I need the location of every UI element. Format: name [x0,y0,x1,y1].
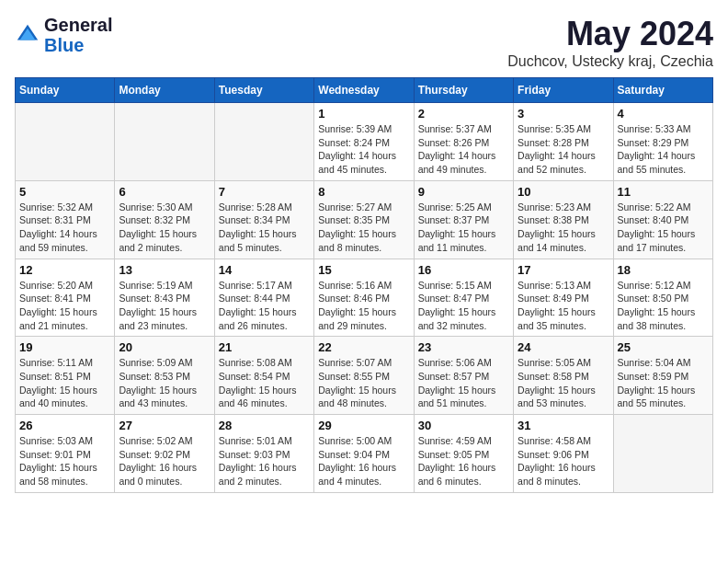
calendar-day-cell: 20Sunrise: 5:09 AMSunset: 8:53 PMDayligh… [115,337,214,415]
day-number: 1 [318,107,409,121]
calendar-week-row: 5Sunrise: 5:32 AMSunset: 8:31 PMDaylight… [16,180,713,259]
day-info: Sunrise: 5:33 AMSunset: 8:29 PMDaylight:… [618,122,709,177]
title-block: May 2024 Duchcov, Ustecky kraj, Czechia [507,15,713,70]
calendar-day-cell: 6Sunrise: 5:30 AMSunset: 8:32 PMDaylight… [115,180,214,259]
day-info: Sunrise: 4:59 AMSunset: 9:05 PMDaylight:… [418,434,509,488]
calendar-week-row: 26Sunrise: 5:03 AMSunset: 9:01 PMDayligh… [16,415,713,493]
calendar-day-cell: 28Sunrise: 5:01 AMSunset: 9:03 PMDayligh… [214,415,313,493]
logo-icon [15,22,40,48]
day-number: 11 [618,185,709,199]
calendar-week-row: 1Sunrise: 5:39 AMSunset: 8:24 PMDaylight… [16,103,713,181]
day-info: Sunrise: 5:13 AMSunset: 8:49 PMDaylight:… [518,279,609,333]
weekday-header-tuesday: Tuesday [214,78,313,103]
day-number: 8 [318,185,409,199]
month-title: May 2024 [507,15,713,53]
day-info: Sunrise: 5:08 AMSunset: 8:54 PMDaylight:… [219,356,310,410]
calendar-day-cell: 21Sunrise: 5:08 AMSunset: 8:54 PMDayligh… [214,337,313,415]
day-info: Sunrise: 5:03 AMSunset: 9:01 PMDaylight:… [19,434,110,488]
calendar-day-cell [214,103,313,181]
calendar-day-cell: 8Sunrise: 5:27 AMSunset: 8:35 PMDaylight… [314,180,414,259]
day-number: 16 [418,263,509,277]
weekday-header-monday: Monday [115,78,214,103]
day-number: 14 [219,263,310,277]
day-number: 4 [618,107,709,121]
page-header: General Blue May 2024 Duchcov, Ustecky k… [15,15,713,70]
calendar-table: SundayMondayTuesdayWednesdayThursdayFrid… [15,77,713,493]
day-info: Sunrise: 5:39 AMSunset: 8:24 PMDaylight:… [318,122,409,177]
day-info: Sunrise: 5:16 AMSunset: 8:46 PMDaylight:… [318,279,409,333]
day-info: Sunrise: 5:35 AMSunset: 8:28 PMDaylight:… [518,122,609,177]
day-info: Sunrise: 5:20 AMSunset: 8:41 PMDaylight:… [19,279,110,333]
logo: General Blue [15,15,112,55]
day-number: 21 [219,340,310,354]
day-info: Sunrise: 5:22 AMSunset: 8:40 PMDaylight:… [618,201,709,255]
weekday-header-row: SundayMondayTuesdayWednesdayThursdayFrid… [16,78,713,103]
logo-general-text: General [44,15,112,35]
day-number: 13 [119,263,210,277]
day-number: 29 [318,419,409,432]
day-info: Sunrise: 5:00 AMSunset: 9:04 PMDaylight:… [318,434,409,488]
day-number: 20 [119,340,210,354]
day-info: Sunrise: 5:05 AMSunset: 8:58 PMDaylight:… [518,356,609,410]
calendar-day-cell: 11Sunrise: 5:22 AMSunset: 8:40 PMDayligh… [613,180,712,259]
day-info: Sunrise: 5:23 AMSunset: 8:38 PMDaylight:… [518,201,609,255]
day-info: Sunrise: 5:01 AMSunset: 9:03 PMDaylight:… [219,434,310,488]
day-number: 22 [318,340,409,354]
day-info: Sunrise: 5:17 AMSunset: 8:44 PMDaylight:… [219,279,310,333]
day-number: 19 [19,340,110,354]
weekday-header-thursday: Thursday [414,78,513,103]
day-number: 31 [518,419,609,432]
calendar-day-cell: 15Sunrise: 5:16 AMSunset: 8:46 PMDayligh… [314,259,414,337]
calendar-day-cell [16,103,115,181]
day-info: Sunrise: 5:25 AMSunset: 8:37 PMDaylight:… [418,201,509,255]
day-number: 26 [19,419,110,432]
calendar-day-cell: 2Sunrise: 5:37 AMSunset: 8:26 PMDaylight… [414,103,513,181]
calendar-week-row: 12Sunrise: 5:20 AMSunset: 8:41 PMDayligh… [16,259,713,337]
day-number: 24 [518,340,609,354]
day-number: 5 [19,185,110,199]
weekday-header-wednesday: Wednesday [314,78,414,103]
calendar-day-cell: 3Sunrise: 5:35 AMSunset: 8:28 PMDaylight… [514,103,613,181]
calendar-day-cell: 18Sunrise: 5:12 AMSunset: 8:50 PMDayligh… [613,259,712,337]
day-number: 2 [418,107,509,121]
day-info: Sunrise: 5:06 AMSunset: 8:57 PMDaylight:… [418,356,509,410]
calendar-day-cell: 7Sunrise: 5:28 AMSunset: 8:34 PMDaylight… [214,180,313,259]
weekday-header-friday: Friday [514,78,613,103]
weekday-header-sunday: Sunday [16,78,115,103]
calendar-day-cell: 26Sunrise: 5:03 AMSunset: 9:01 PMDayligh… [16,415,115,493]
day-number: 18 [618,263,709,277]
calendar-day-cell [613,415,712,493]
location: Duchcov, Ustecky kraj, Czechia [507,53,713,70]
day-number: 10 [518,185,609,199]
calendar-day-cell: 27Sunrise: 5:02 AMSunset: 9:02 PMDayligh… [115,415,214,493]
calendar-day-cell: 5Sunrise: 5:32 AMSunset: 8:31 PMDaylight… [16,180,115,259]
calendar-day-cell: 17Sunrise: 5:13 AMSunset: 8:49 PMDayligh… [514,259,613,337]
calendar-day-cell: 30Sunrise: 4:59 AMSunset: 9:05 PMDayligh… [414,415,513,493]
day-info: Sunrise: 5:07 AMSunset: 8:55 PMDaylight:… [318,356,409,410]
day-number: 7 [219,185,310,199]
day-info: Sunrise: 5:28 AMSunset: 8:34 PMDaylight:… [219,201,310,255]
day-info: Sunrise: 5:02 AMSunset: 9:02 PMDaylight:… [119,434,210,488]
day-number: 25 [618,340,709,354]
day-number: 12 [19,263,110,277]
calendar-day-cell: 1Sunrise: 5:39 AMSunset: 8:24 PMDaylight… [314,103,414,181]
logo-blue-text: Blue [44,35,84,55]
day-number: 3 [518,107,609,121]
day-info: Sunrise: 5:19 AMSunset: 8:43 PMDaylight:… [119,279,210,333]
day-number: 6 [119,185,210,199]
day-info: Sunrise: 5:04 AMSunset: 8:59 PMDaylight:… [618,356,709,410]
day-number: 23 [418,340,509,354]
calendar-day-cell: 31Sunrise: 4:58 AMSunset: 9:06 PMDayligh… [514,415,613,493]
day-number: 27 [119,419,210,432]
calendar-day-cell: 10Sunrise: 5:23 AMSunset: 8:38 PMDayligh… [514,180,613,259]
calendar-day-cell: 9Sunrise: 5:25 AMSunset: 8:37 PMDaylight… [414,180,513,259]
day-info: Sunrise: 5:15 AMSunset: 8:47 PMDaylight:… [418,279,509,333]
calendar-week-row: 19Sunrise: 5:11 AMSunset: 8:51 PMDayligh… [16,337,713,415]
calendar-day-cell: 22Sunrise: 5:07 AMSunset: 8:55 PMDayligh… [314,337,414,415]
calendar-day-cell: 13Sunrise: 5:19 AMSunset: 8:43 PMDayligh… [115,259,214,337]
day-info: Sunrise: 5:37 AMSunset: 8:26 PMDaylight:… [418,122,509,177]
day-number: 30 [418,419,509,432]
day-info: Sunrise: 5:30 AMSunset: 8:32 PMDaylight:… [119,201,210,255]
calendar-day-cell: 23Sunrise: 5:06 AMSunset: 8:57 PMDayligh… [414,337,513,415]
calendar-day-cell: 19Sunrise: 5:11 AMSunset: 8:51 PMDayligh… [16,337,115,415]
